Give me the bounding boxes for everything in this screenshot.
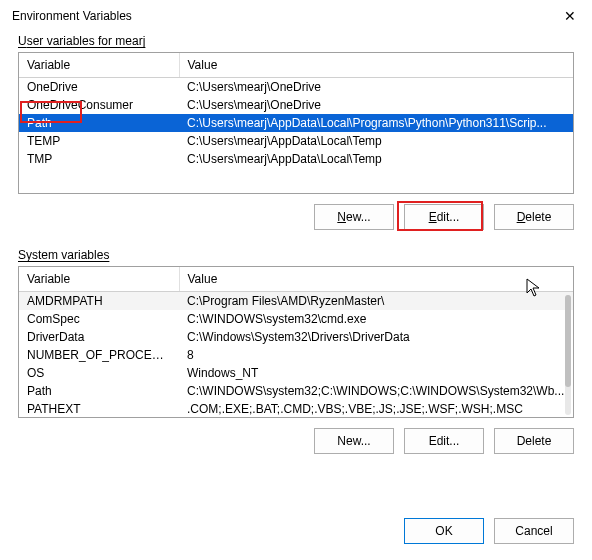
column-header-variable[interactable]: Variable [19, 53, 179, 78]
table-row[interactable]: Path C:\WINDOWS\system32;C:\WINDOWS;C:\W… [19, 382, 573, 400]
user-buttons-row: New... Edit... Delete [18, 196, 574, 236]
ok-button[interactable]: OK [404, 518, 484, 544]
column-header-value[interactable]: Value [179, 267, 573, 292]
column-header-value[interactable]: Value [179, 53, 573, 78]
scrollbar-thumb[interactable] [565, 295, 571, 387]
close-icon[interactable]: ✕ [558, 8, 582, 24]
cancel-button[interactable]: Cancel [494, 518, 574, 544]
system-delete-button[interactable]: Delete [494, 428, 574, 454]
table-row[interactable]: ComSpec C:\WINDOWS\system32\cmd.exe [19, 310, 573, 328]
system-variables-label: System variables [18, 248, 574, 262]
system-variables-group: System variables Variable Value AMDRMPAT… [18, 248, 574, 460]
table-row[interactable]: DriverData C:\Windows\System32\Drivers\D… [19, 328, 573, 346]
system-variables-table-wrap[interactable]: Variable Value AMDRMPATH C:\Program File… [18, 266, 574, 418]
system-variables-table: Variable Value AMDRMPATH C:\Program File… [19, 267, 573, 418]
table-row[interactable]: PATHEXT .COM;.EXE;.BAT;.CMD;.VBS;.VBE;.J… [19, 400, 573, 418]
scrollbar[interactable] [565, 295, 571, 415]
table-row[interactable]: TEMP C:\Users\mearj\AppData\Local\Temp [19, 132, 573, 150]
dialog-footer: OK Cancel [0, 504, 592, 560]
user-variables-group: User variables for mearj Variable Value … [18, 34, 574, 236]
system-new-button[interactable]: New... [314, 428, 394, 454]
system-edit-button[interactable]: Edit... [404, 428, 484, 454]
table-row[interactable]: AMDRMPATH C:\Program Files\AMD\RyzenMast… [19, 292, 573, 311]
table-row-selected[interactable]: Path C:\Users\mearj\AppData\Local\Progra… [19, 114, 573, 132]
env-vars-dialog: Environment Variables ✕ User variables f… [0, 0, 592, 560]
user-delete-button[interactable]: Delete [494, 204, 574, 230]
table-row[interactable]: OneDrive C:\Users\mearj\OneDrive [19, 78, 573, 97]
user-new-button[interactable]: New... [314, 204, 394, 230]
user-variables-table: Variable Value OneDrive C:\Users\mearj\O… [19, 53, 573, 168]
user-variables-label: User variables for mearj [18, 34, 574, 48]
user-variables-table-wrap[interactable]: Variable Value OneDrive C:\Users\mearj\O… [18, 52, 574, 194]
user-edit-button[interactable]: Edit... [404, 204, 484, 230]
table-row[interactable]: TMP C:\Users\mearj\AppData\Local\Temp [19, 150, 573, 168]
table-row[interactable]: OneDriveConsumer C:\Users\mearj\OneDrive [19, 96, 573, 114]
titlebar: Environment Variables ✕ [0, 0, 592, 30]
system-buttons-row: New... Edit... Delete [18, 420, 574, 460]
column-header-variable[interactable]: Variable [19, 267, 179, 292]
table-row[interactable]: NUMBER_OF_PROCESSORS 8 [19, 346, 573, 364]
dialog-content: User variables for mearj Variable Value … [0, 30, 592, 504]
dialog-title: Environment Variables [12, 9, 132, 23]
table-row[interactable]: OS Windows_NT [19, 364, 573, 382]
